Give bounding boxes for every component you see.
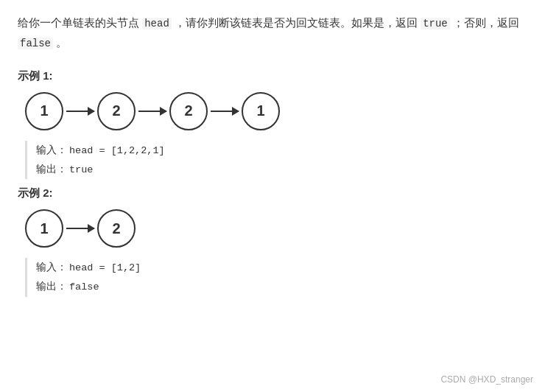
arrow-2-0	[66, 228, 94, 229]
node-2-0: 1	[25, 209, 63, 248]
head-code-1: head	[142, 18, 172, 29]
watermark: CSDN @HXD_stranger	[440, 374, 533, 385]
false-code: false	[18, 38, 53, 49]
example-2-diagram: 12	[25, 209, 527, 248]
arrow-line-2-0	[66, 228, 94, 229]
arrow-line-1-1	[138, 111, 166, 112]
true-code: true	[421, 18, 450, 29]
node-2-1: 2	[97, 209, 136, 248]
example-1-io: 输入：head = [1,2,2,1]输出：true	[25, 141, 527, 180]
node-1-1: 2	[97, 92, 136, 130]
node-1-3: 1	[242, 92, 280, 130]
arrow-1-0	[66, 111, 94, 112]
example-1-output: 输出：true	[36, 160, 527, 179]
arrow-1-2	[211, 111, 239, 112]
arrow-1-1	[138, 111, 166, 112]
example-1-input: 输入：head = [1,2,2,1]	[36, 141, 527, 160]
arrow-line-1-0	[66, 111, 94, 112]
example-2-title: 示例 2:	[18, 186, 527, 200]
node-1-0: 1	[25, 92, 63, 130]
node-1-2: 2	[169, 92, 208, 130]
example-1: 示例 1:1221输入：head = [1,2,2,1]输出：true	[18, 69, 527, 180]
example-1-diagram: 1221	[25, 92, 527, 130]
example-1-title: 示例 1:	[18, 69, 527, 83]
example-2: 示例 2:12输入：head = [1,2]输出：false	[18, 186, 527, 297]
example-2-input: 输入：head = [1,2]	[36, 258, 527, 277]
description: 给你一个单链表的头节点 head ，请你判断该链表是否为回文链表。如果是，返回 …	[18, 13, 527, 53]
example-2-output: 输出：false	[36, 277, 527, 296]
example-2-io: 输入：head = [1,2]输出：false	[25, 258, 527, 297]
arrow-line-1-2	[211, 111, 239, 112]
